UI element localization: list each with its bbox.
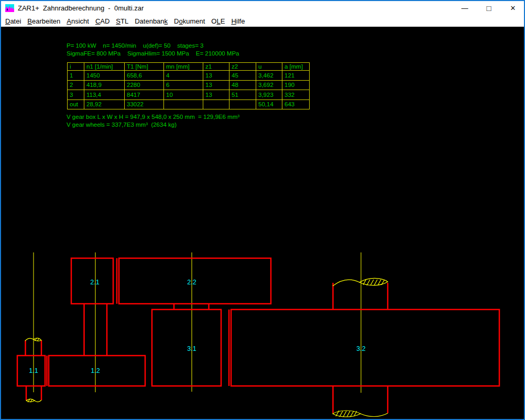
cell: 121 — [282, 71, 310, 80]
table-row: out 28,92 33022 50,14 643 — [68, 100, 310, 109]
cell: 13 — [203, 71, 229, 80]
cell: 418,9 — [84, 80, 125, 90]
cell: 190 — [282, 80, 310, 90]
caption-buttons: — □ ✕ — [453, 0, 525, 16]
cell: 1450 — [84, 71, 125, 80]
close-button[interactable]: ✕ — [501, 0, 525, 16]
maximize-button[interactable]: □ — [477, 0, 501, 16]
cell: 33022 — [125, 100, 164, 109]
cell: out — [68, 100, 84, 109]
cell: 10 — [164, 90, 203, 100]
cell: 113,4 — [84, 90, 125, 100]
col-header: T1 [Nm] — [125, 63, 164, 71]
cell: 45 — [229, 71, 256, 80]
cell: 1 — [68, 71, 84, 80]
gear-21-label: 2.1 — [90, 279, 99, 286]
wheels-volume-text: V gear wheels = 337,7E3 mm³ (2634 kg) — [67, 121, 177, 128]
menu-item-datei[interactable]: Datei — [2, 17, 24, 25]
menu-item-bearbeiten[interactable]: Bearbeiten — [24, 17, 63, 25]
table-row: 1 1450 658,6 4 13 45 3,462 121 — [68, 71, 310, 80]
cell: 13 — [203, 90, 229, 100]
cell: 51 — [229, 90, 256, 100]
gear-31-label: 3.1 — [187, 345, 196, 352]
cell: 4 — [164, 71, 203, 80]
params-line-power: P= 100 kW n= 1450/min u(def)= 50 stages=… — [67, 42, 203, 49]
col-header: n1 [1/min] — [84, 63, 125, 71]
shaft-3-section — [174, 304, 209, 310]
col-header: z1 — [203, 63, 229, 71]
cell: 48 — [229, 80, 256, 90]
cell: 2280 — [125, 80, 164, 90]
title-bar: ZAR1+ Zahnradberechnung - 0multi.zar — □… — [0, 0, 525, 16]
status-text: 09.01.2018 6:50 - HEXAGON ZAR1+ V26.1 #0… — [10, 418, 293, 420]
break-symbol-shaft4-top — [333, 278, 388, 286]
gear-32-label: 3.2 — [356, 345, 365, 352]
cell: 50,14 — [256, 100, 282, 109]
menu-bar: Datei Bearbeiten Ansicht CAD STL Datenba… — [1, 16, 525, 27]
app-icon[interactable] — [5, 4, 14, 12]
gear-11-label: 1.1 — [29, 367, 38, 374]
results-table: i n1 [1/min] T1 [Nm] mn [mm] z1 z2 u a [… — [67, 62, 310, 109]
menu-item-hilfe[interactable]: Hilfe — [228, 17, 248, 25]
cell: 658,6 — [125, 71, 164, 80]
cell: 6 — [164, 80, 203, 90]
centerlines — [34, 252, 361, 393]
gear-22-label: 2.2 — [187, 279, 196, 286]
cell: 3 — [68, 90, 84, 100]
cell — [203, 100, 229, 109]
window-title: ZAR1+ Zahnradberechnung - 0multi.zar — [18, 4, 144, 12]
params-line-material: SigmaFE= 800 MPa SigmaHlim= 1500 MPa E= … — [67, 50, 239, 57]
shaft-4-output-stub — [333, 386, 388, 413]
menu-item-datenbank[interactable]: Datenbank — [132, 17, 171, 25]
gear-bodies — [17, 258, 499, 386]
cell — [229, 100, 256, 109]
menu-item-cad[interactable]: CAD — [92, 17, 113, 25]
col-header: mn [mm] — [164, 63, 203, 71]
col-header: u — [256, 63, 282, 71]
cell: 28,92 — [84, 100, 125, 109]
table-header-row: i n1 [1/min] T1 [Nm] mn [mm] z1 z2 u a [… — [68, 63, 310, 71]
cell: 2 — [68, 80, 84, 90]
minimize-button[interactable]: — — [453, 0, 477, 16]
gear-labels: 1.1 1.2 2.1 2.2 3.1 3.2 — [29, 279, 365, 374]
break-symbol-shaft1-bottom — [26, 399, 41, 402]
table-row: 3 113,4 8417 10 13 51 3,923 332 — [68, 90, 310, 100]
cell: 332 — [282, 90, 310, 100]
gear-12-label: 1.2 — [91, 367, 100, 374]
app-window: ZAR1+ Zahnradberechnung - 0multi.zar — □… — [0, 0, 525, 420]
cell: 643 — [282, 100, 310, 109]
table-row: 2 418,9 2280 6 13 48 3,692 190 — [68, 80, 310, 90]
cell: 3,923 — [256, 90, 282, 100]
shaft-4-upper-stub — [333, 283, 388, 310]
shaft-sections — [26, 283, 388, 413]
gear-31-rect — [152, 310, 221, 386]
zar-logo-icon — [5, 4, 14, 12]
cell: 8417 — [125, 90, 164, 100]
cell: 3,462 — [256, 71, 282, 80]
cell: 3,692 — [256, 80, 282, 90]
menu-item-stl[interactable]: STL — [113, 17, 132, 25]
col-header: a [mm] — [282, 63, 310, 71]
menu-item-dokument[interactable]: Dokument — [171, 17, 208, 25]
cell — [164, 100, 203, 109]
menu-item-ansicht[interactable]: Ansicht — [63, 17, 92, 25]
cell: 13 — [203, 80, 229, 90]
menu-item-ole[interactable]: OLE — [208, 17, 228, 25]
status-bar: 09.01.2018 6:50 - HEXAGON ZAR1+ V26.1 #0… — [4, 412, 293, 420]
col-header: i — [68, 63, 84, 71]
break-symbol-shaft4-bottom — [333, 411, 388, 417]
col-header: z2 — [229, 63, 256, 71]
gearbox-volume-text: V gear box L x W x H = 947,9 x 548,0 x 2… — [67, 113, 239, 120]
